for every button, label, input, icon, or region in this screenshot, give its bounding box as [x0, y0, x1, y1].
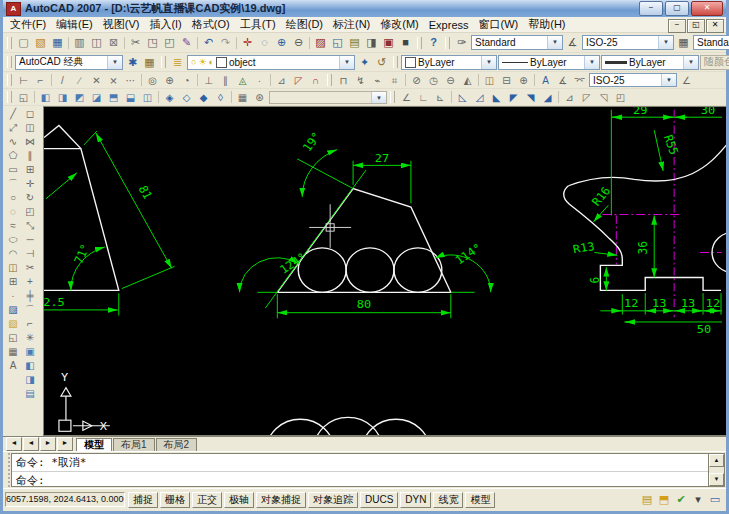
- toolbar-icon[interactable]: ∩: [307, 74, 324, 87]
- draw-tool-icon[interactable]: ⬭: [5, 233, 21, 247]
- standard-toolbar-icon[interactable]: ▣: [380, 35, 397, 50]
- dimension-toolbar-icon[interactable]: A: [537, 74, 554, 87]
- chevron-down-icon[interactable]: ▼: [683, 56, 698, 69]
- status-toggle[interactable]: 正交: [192, 492, 222, 508]
- layer-on-icon[interactable]: ○: [191, 57, 196, 67]
- coordinate-readout[interactable]: 6057.1598, 2024.6413, 0.0000: [5, 492, 125, 507]
- toolbar-icon[interactable]: ⊢: [15, 74, 32, 87]
- dim-style-dropdown[interactable]: ISO-25▼: [582, 35, 674, 50]
- modify-tool-icon[interactable]: ✛: [22, 177, 38, 191]
- draw-tool-icon[interactable]: ∿: [5, 135, 21, 149]
- dimension-toolbar-icon[interactable]: ⊓: [335, 74, 352, 87]
- modify-tool-icon[interactable]: ⤡: [22, 219, 38, 233]
- tray-icon[interactable]: ✔: [674, 492, 688, 507]
- toolbar-grip[interactable]: [393, 56, 398, 68]
- view-toolbar-icon[interactable]: ◱: [15, 91, 32, 104]
- standard-toolbar-icon[interactable]: ▢: [15, 35, 32, 50]
- workspace-icon[interactable]: ✱: [124, 55, 141, 70]
- toolbar-icon[interactable]: ✕: [88, 74, 105, 87]
- mdi-minimize-button[interactable]: −: [668, 19, 686, 33]
- dimension-toolbar-icon[interactable]: ⊘: [408, 74, 425, 87]
- standard-toolbar-icon[interactable]: ◌: [256, 35, 273, 50]
- ucs-toolbar-icon[interactable]: ◢: [539, 91, 556, 104]
- ucs-toolbar-icon[interactable]: ◣: [488, 91, 505, 104]
- status-toggle[interactable]: DYN: [400, 492, 431, 508]
- ucs-toolbar-icon[interactable]: ⊿: [561, 91, 578, 104]
- menu[interactable]: Express: [424, 19, 474, 31]
- standard-toolbar-icon[interactable]: ◰: [161, 35, 178, 50]
- dim-27[interactable]: 27: [375, 151, 389, 164]
- dimension-toolbar-icon[interactable]: ∡: [554, 74, 571, 87]
- table-style-icon[interactable]: ▦: [675, 35, 692, 50]
- tab[interactable]: 布局2: [156, 438, 198, 451]
- dim-style-toolbar-dropdown[interactable]: ISO-25▼: [589, 73, 677, 87]
- dim-12b[interactable]: 12: [706, 297, 720, 310]
- standard-toolbar-icon[interactable]: ◨: [363, 35, 380, 50]
- mdi-close-button[interactable]: ✕: [706, 19, 724, 33]
- dim-6[interactable]: 6: [588, 277, 603, 284]
- view-toolbar-icon[interactable]: ◩: [71, 91, 88, 104]
- toolbar-grip[interactable]: [7, 91, 12, 103]
- toolbar-grip[interactable]: [445, 37, 450, 49]
- modify-tool-icon[interactable]: ⌐: [22, 317, 38, 331]
- tab-nav-button[interactable]: ►: [40, 437, 56, 451]
- table-style-dropdown[interactable]: Standard▼: [693, 35, 729, 50]
- toolbar-icon[interactable]: ◸: [290, 74, 307, 87]
- dim-29[interactable]: 29: [633, 107, 647, 117]
- ucs-toolbar-icon[interactable]: ◸: [578, 91, 595, 104]
- dim-124deg[interactable]: 124°: [277, 250, 309, 276]
- standard-toolbar-icon[interactable]: ▧: [32, 35, 49, 50]
- draw-tool-icon[interactable]: ○: [5, 191, 21, 205]
- dim-80[interactable]: 80: [357, 297, 371, 310]
- standard-toolbar-icon[interactable]: ↷: [217, 35, 234, 50]
- modify-tool-icon[interactable]: ↻: [22, 191, 38, 205]
- standard-toolbar-icon[interactable]: ▥: [71, 35, 88, 50]
- menu[interactable]: 视图(V): [98, 17, 145, 32]
- toolbar-icon[interactable]: ◔: [178, 74, 195, 87]
- layer-manager-icon[interactable]: ≣: [169, 55, 186, 70]
- draw-tool-icon[interactable]: ╱: [5, 107, 21, 121]
- modify-tool-icon[interactable]: ◨: [22, 373, 38, 387]
- dim-13b[interactable]: 13: [681, 297, 695, 310]
- status-toggle[interactable]: 对象追踪: [308, 492, 358, 508]
- dimension-toolbar-icon[interactable]: ◷: [425, 74, 442, 87]
- middle-figure-geometry[interactable]: [277, 189, 450, 293]
- chevron-down-icon[interactable]: ▼: [547, 36, 562, 49]
- standard-toolbar-icon[interactable]: ✎: [178, 35, 195, 50]
- tray-icon[interactable]: ▾: [691, 492, 705, 507]
- view-toolbar-icon[interactable]: ⬓: [122, 91, 139, 104]
- middle-figure[interactable]: 19° 27 124° 114° 80: [239, 130, 490, 318]
- menu[interactable]: 窗口(W): [474, 17, 524, 32]
- status-toggle[interactable]: 对象捕捉: [256, 492, 306, 508]
- toolbar-icon[interactable]: ◎: [144, 74, 161, 87]
- standard-toolbar-icon[interactable]: ↶: [200, 35, 217, 50]
- standard-toolbar-icon[interactable]: ▤: [346, 35, 363, 50]
- close-button[interactable]: ✕: [691, 1, 723, 16]
- dim-12a[interactable]: 12: [624, 297, 638, 310]
- modify-tool-icon[interactable]: +: [22, 275, 38, 289]
- chevron-down-icon[interactable]: ▼: [339, 56, 354, 69]
- right-figure[interactable]: 29 30 R55 R16 R13 36 6 12 13 13 12 50: [564, 107, 726, 336]
- toolbar-icon[interactable]: ⊕: [161, 74, 178, 87]
- ucs-toolbar-icon[interactable]: ◿: [471, 91, 488, 104]
- dim-19deg[interactable]: 19°: [300, 130, 324, 154]
- draw-tool-icon[interactable]: ∙: [5, 289, 21, 303]
- status-toggle[interactable]: 线宽: [433, 492, 463, 508]
- tab-nav-button[interactable]: ►: [57, 437, 73, 451]
- tray-icon[interactable]: ▭: [708, 492, 722, 507]
- modify-tool-icon[interactable]: ⌒: [22, 303, 38, 317]
- draw-tool-icon[interactable]: ▧: [5, 317, 21, 331]
- minimize-button[interactable]: −: [639, 1, 663, 16]
- chevron-down-icon[interactable]: ▼: [107, 56, 122, 69]
- layer-color-swatch[interactable]: [216, 57, 227, 68]
- toolbar-icon[interactable]: ⊥: [200, 74, 217, 87]
- tab[interactable]: 布局1: [113, 438, 155, 451]
- dim-30[interactable]: 30: [701, 107, 715, 117]
- toolbar-icon[interactable]: ∕: [71, 74, 88, 87]
- view-toolbar-icon[interactable]: ◨: [54, 91, 71, 104]
- status-toggle[interactable]: 捕捉: [128, 492, 158, 508]
- dim-style-icon[interactable]: ∡: [564, 35, 581, 50]
- dimension-toolbar-icon[interactable]: ↯: [352, 74, 369, 87]
- command-scrollbar[interactable]: ▲ ▼: [709, 453, 725, 487]
- maximize-button[interactable]: ▢: [665, 1, 689, 16]
